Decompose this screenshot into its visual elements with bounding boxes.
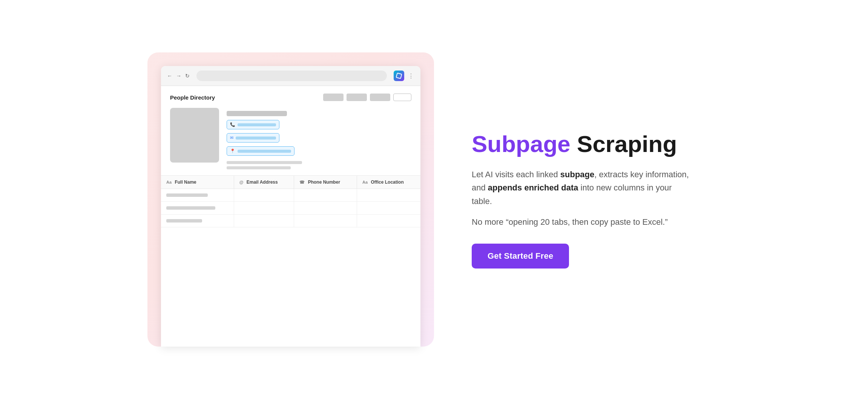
location-icon: 📍 <box>230 149 235 153</box>
header-button-3[interactable] <box>370 94 390 101</box>
table-section: Aa Full Name @ Email Address ☎ Phone Num… <box>161 175 420 347</box>
email-icon: ✉ <box>230 135 233 140</box>
table-row <box>161 202 420 215</box>
info-name-placeholder <box>227 111 287 116</box>
col-full-name: Aa Full Name <box>161 176 234 189</box>
cell-office-1 <box>357 189 420 202</box>
heading-plain: Scraping <box>570 131 677 157</box>
desc-text-5: table. <box>472 196 492 206</box>
name-bar-3 <box>166 219 202 223</box>
table-header-row: Aa Full Name @ Email Address ☎ Phone Num… <box>161 176 420 189</box>
header-button-2[interactable] <box>347 94 367 101</box>
col-label-full-name: Full Name <box>175 180 196 185</box>
browser-content: People Directory <box>161 86 420 347</box>
table-row <box>161 215 420 227</box>
info-desc-bars <box>227 161 411 169</box>
browser-window: ← → ↻ ⋮ People Directory <box>161 66 420 347</box>
browser-chrome: ← → ↻ ⋮ <box>161 66 420 86</box>
section-description: Let AI visits each linked subpage, extra… <box>472 168 721 208</box>
phone-value-bar <box>238 123 276 126</box>
menu-dots-icon[interactable]: ⋮ <box>408 72 414 80</box>
get-started-button[interactable]: Get Started Free <box>472 244 569 269</box>
cell-office-2 <box>357 202 420 215</box>
col-label-email: Email Address <box>247 180 278 185</box>
profile-avatar <box>170 108 219 163</box>
reload-button[interactable]: ↻ <box>185 73 190 79</box>
text-content: Subpage Scraping Let AI visits each link… <box>464 130 721 269</box>
phone-icon: 📞 <box>230 122 235 127</box>
col-label-office: Office Location <box>371 180 403 185</box>
page-header: People Directory <box>170 94 411 101</box>
browser-logo-icon <box>394 71 404 81</box>
browser-mockup-wrapper: ← → ↻ ⋮ People Directory <box>147 52 434 347</box>
header-button-outline[interactable] <box>393 94 411 101</box>
location-field: 📍 <box>227 146 294 156</box>
cell-phone-3 <box>294 215 357 227</box>
col-office: Aa Office Location <box>357 176 420 189</box>
email-field: ✉ <box>227 133 279 143</box>
page-container: ← → ↻ ⋮ People Directory <box>0 0 868 399</box>
data-table: Aa Full Name @ Email Address ☎ Phone Num… <box>161 176 420 227</box>
name-bar-1 <box>166 193 208 197</box>
profile-card: 📞 ✉ 📍 <box>170 108 411 169</box>
col-phone: ☎ Phone Number <box>294 176 357 189</box>
forward-button[interactable]: → <box>176 73 181 79</box>
header-buttons <box>323 94 411 101</box>
header-button-1[interactable] <box>323 94 344 101</box>
at-icon: @ <box>239 180 244 184</box>
desc-text-4: into new columns in your <box>578 183 672 192</box>
cell-name-1 <box>161 189 234 202</box>
col-label-phone: Phone Number <box>308 180 340 185</box>
section-note: No more “opening 20 tabs, then copy past… <box>472 215 721 229</box>
desc-text-3: and <box>472 183 488 192</box>
phone-col-icon: ☎ <box>299 180 305 184</box>
desc-bar-2 <box>227 166 291 169</box>
desc-bar-1 <box>227 161 302 164</box>
profile-info: 📞 ✉ 📍 <box>227 108 411 169</box>
cell-name-3 <box>161 215 234 227</box>
cell-email-3 <box>234 215 294 227</box>
email-value-bar <box>236 137 276 140</box>
cell-office-3 <box>357 215 420 227</box>
cell-email-1 <box>234 189 294 202</box>
back-button[interactable]: ← <box>167 73 172 79</box>
page-top-section: People Directory <box>161 86 420 169</box>
desc-text-1: Let AI visits each linked <box>472 170 560 179</box>
cell-name-2 <box>161 202 234 215</box>
heading-accent: Subpage <box>472 131 570 157</box>
desc-bold-subpage: subpage <box>560 170 594 179</box>
table-row <box>161 189 420 202</box>
desc-bold-appends: appends enriched data <box>488 183 578 192</box>
cell-phone-1 <box>294 189 357 202</box>
location-value-bar <box>238 150 291 153</box>
text-type-icon-2: Aa <box>362 180 368 184</box>
col-email: @ Email Address <box>234 176 294 189</box>
cell-email-2 <box>234 202 294 215</box>
desc-text-2: , extracts key information, <box>594 170 689 179</box>
page-title: People Directory <box>170 94 215 101</box>
text-type-icon-1: Aa <box>166 180 172 184</box>
address-bar[interactable] <box>196 71 387 81</box>
section-heading: Subpage Scraping <box>472 130 721 157</box>
phone-field: 📞 <box>227 120 279 129</box>
name-bar-2 <box>166 206 215 210</box>
cell-phone-2 <box>294 202 357 215</box>
